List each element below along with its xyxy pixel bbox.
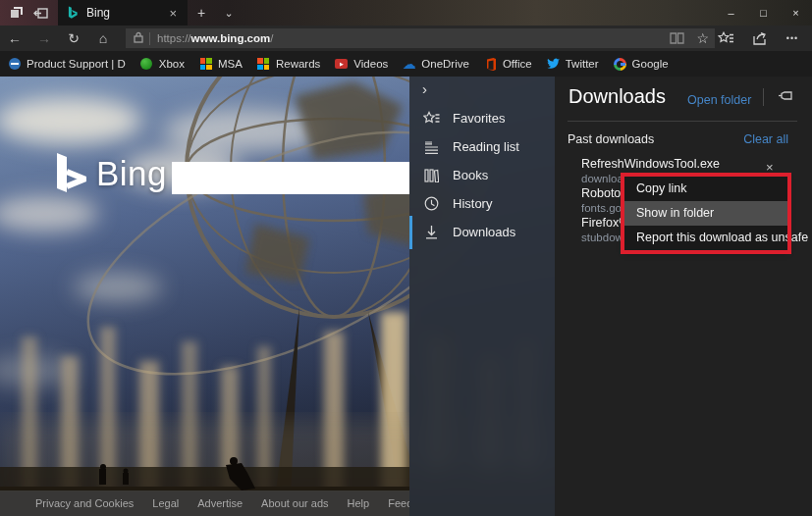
- bing-logo: Bing: [57, 153, 167, 194]
- toolbar-right-buttons: •••: [714, 26, 808, 51]
- bing-page: Bing Privacy and Cookies Legal Advertise…: [0, 77, 409, 516]
- favbar-item-onedrive[interactable]: ☁ OneDrive: [403, 58, 469, 71]
- support-icon: [8, 58, 21, 71]
- address-bar[interactable]: https://www.bing.com/ ☆: [126, 28, 715, 48]
- hub-item-reading-list[interactable]: Reading list: [409, 132, 555, 161]
- footer-link-legal[interactable]: Legal: [152, 497, 179, 509]
- menu-item-report-unsafe[interactable]: Report this download as unsafe: [624, 226, 787, 250]
- bing-logo-icon: [57, 153, 86, 194]
- tab-preview-chevron-icon[interactable]: ⌄: [215, 0, 243, 26]
- page-footer: Privacy and Cookies Legal Advertise Abou…: [0, 490, 409, 516]
- favbar-item-xbox[interactable]: Xbox: [140, 58, 185, 71]
- url-separator: [149, 32, 150, 45]
- footer-link-help[interactable]: Help: [348, 497, 370, 509]
- downloads-panel: Downloads Open folder Past downloads Cle…: [555, 77, 812, 516]
- videos-icon: ▶: [335, 58, 348, 71]
- xbox-icon: [140, 58, 153, 71]
- hub-item-downloads[interactable]: Downloads: [409, 218, 555, 246]
- footer-link-feedback[interactable]: Feedback: [388, 497, 409, 509]
- downloads-arrow-icon: [423, 225, 440, 239]
- remove-download-icon[interactable]: ×: [766, 160, 774, 175]
- url-path: /: [270, 32, 273, 44]
- add-favorite-star-icon[interactable]: ☆: [696, 30, 709, 46]
- close-window-button[interactable]: ×: [780, 0, 812, 26]
- hub-item-history[interactable]: History: [409, 189, 555, 218]
- google-icon: [614, 58, 626, 71]
- lock-icon: [134, 29, 143, 47]
- hub-favorites-icon[interactable]: [714, 31, 737, 45]
- open-folder-link[interactable]: Open folder: [687, 93, 751, 107]
- tab-title: Bing: [86, 6, 159, 20]
- downloads-panel-title: Downloads: [568, 85, 666, 108]
- new-tab-button[interactable]: +: [188, 0, 215, 26]
- hub-item-books[interactable]: Books: [409, 161, 555, 189]
- history-clock-icon: [423, 196, 440, 211]
- back-button[interactable]: ←: [0, 26, 29, 51]
- minimize-button[interactable]: –: [715, 0, 747, 26]
- tab-close-icon[interactable]: ×: [166, 6, 180, 21]
- tabs-preview-icon[interactable]: [10, 7, 24, 19]
- titlebar: Bing × + ⌄ – □ ×: [0, 0, 812, 26]
- maximize-button[interactable]: □: [747, 0, 780, 26]
- hub-expand-chevron-icon[interactable]: ›: [422, 80, 427, 97]
- download-context-menu: Copy link Show in folder Report this dow…: [624, 177, 787, 250]
- navigation-toolbar: ← → ↻ ⌂ https://www.bing.com/ ☆ •••: [0, 26, 812, 51]
- header-divider: [568, 121, 797, 122]
- share-icon[interactable]: [747, 31, 771, 45]
- favbar-item-twitter[interactable]: Twitter: [547, 58, 599, 71]
- menu-item-copy-link[interactable]: Copy link: [624, 177, 787, 201]
- favbar-item-office[interactable]: Office: [484, 58, 532, 71]
- hub-sidebar: › Favorites Reading list Books History: [409, 77, 555, 516]
- favbar-item-product-support[interactable]: Product Support | D: [8, 58, 126, 71]
- bing-favicon: [66, 6, 80, 20]
- twitter-icon: [547, 58, 560, 71]
- reading-list-icon: [423, 140, 440, 154]
- pin-panel-icon[interactable]: [778, 89, 795, 107]
- menu-item-show-in-folder[interactable]: Show in folder: [624, 201, 787, 226]
- window-controls: – □ ×: [715, 0, 812, 26]
- favbar-item-videos[interactable]: ▶ Videos: [335, 58, 388, 71]
- office-icon: [484, 58, 497, 71]
- panel-divider: [763, 88, 764, 106]
- favbar-item-google[interactable]: Google: [614, 58, 669, 71]
- footer-link-privacy[interactable]: Privacy and Cookies: [35, 497, 134, 509]
- microsoft-icon: [199, 58, 212, 71]
- clear-all-link[interactable]: Clear all: [743, 132, 788, 146]
- favbar-item-msa[interactable]: MSA: [199, 58, 243, 71]
- search-input[interactable]: [172, 162, 409, 194]
- tab-actions: [0, 0, 58, 26]
- microsoft-icon: [257, 58, 270, 71]
- onedrive-icon: ☁: [403, 58, 415, 71]
- footer-link-advertise[interactable]: Advertise: [197, 497, 243, 509]
- url-host: www.bing.com: [191, 32, 271, 44]
- forward-button[interactable]: →: [29, 26, 59, 51]
- hub-item-favorites[interactable]: Favorites: [409, 104, 555, 132]
- books-icon: [423, 169, 440, 182]
- bing-logo-text: Bing: [96, 154, 167, 193]
- favbar-item-rewards[interactable]: Rewards: [257, 58, 320, 71]
- url-text: https://www.bing.com/: [157, 32, 658, 44]
- favorites-bar: Product Support | D Xbox MSA Rewards ▶ V…: [0, 51, 812, 77]
- favorites-star-icon: [423, 111, 440, 126]
- browser-tab-bing[interactable]: Bing ×: [58, 0, 188, 26]
- footer-link-about-ads[interactable]: About our ads: [261, 497, 329, 509]
- more-options-icon[interactable]: •••: [781, 33, 804, 43]
- reading-view-icon[interactable]: [670, 32, 684, 44]
- past-downloads-label: Past downloads: [568, 132, 654, 146]
- set-tabs-aside-icon[interactable]: [33, 8, 48, 19]
- home-button[interactable]: ⌂: [88, 26, 118, 51]
- url-scheme: https://: [157, 32, 191, 44]
- refresh-button[interactable]: ↻: [59, 26, 88, 51]
